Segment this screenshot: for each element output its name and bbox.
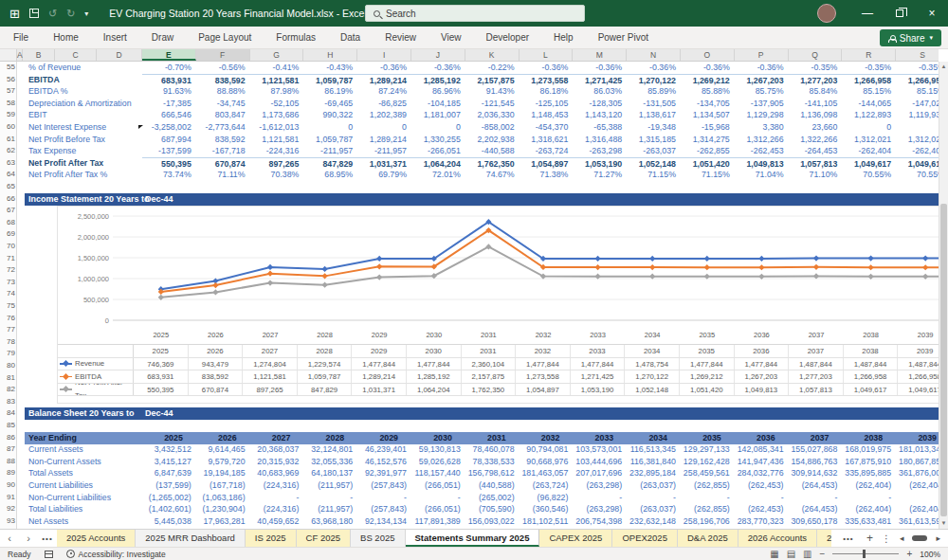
cell[interactable]: 142,085,341 — [735, 443, 789, 456]
cell[interactable]: -0.36% — [411, 62, 465, 74]
cell[interactable]: 1,148,453 — [520, 109, 574, 121]
cell[interactable]: 283,770,323 — [735, 515, 789, 528]
column-header-Q[interactable]: Q — [789, 49, 843, 61]
cell[interactable]: 1,762,350 — [465, 157, 520, 170]
cell[interactable]: -0.41% — [250, 62, 304, 74]
column-header-I[interactable]: I — [357, 49, 411, 61]
cell[interactable]: -266,051 — [411, 145, 465, 157]
tab-scroll-left-icon[interactable]: ‹ — [0, 530, 19, 547]
year-cell[interactable]: 2025 — [142, 432, 196, 444]
cell[interactable]: 5,445,038 — [142, 515, 196, 528]
cell[interactable]: (96,822) — [520, 492, 574, 504]
cell[interactable]: -137,599 — [142, 145, 196, 157]
cell[interactable]: -0.36% — [520, 62, 574, 74]
sheet-tab-d-a-2025[interactable]: D&A 2025 — [678, 530, 738, 547]
row-header-73[interactable]: 73 — [0, 277, 15, 289]
cell[interactable]: 1,312,266 — [735, 134, 789, 146]
cell[interactable]: (262,855) — [681, 503, 735, 515]
cell[interactable]: 3,415,127 — [142, 456, 196, 468]
ribbon-tab-power-pivot[interactable]: Power Pivot — [586, 27, 661, 48]
cell[interactable]: 0 — [303, 121, 357, 134]
cell[interactable]: 20,368,037 — [250, 443, 304, 456]
row-header-70[interactable]: 70 — [0, 241, 15, 253]
cell[interactable]: 64,180,137 — [303, 467, 357, 479]
cell[interactable]: 1,064,204 — [411, 157, 465, 170]
ribbon-tab-help[interactable]: Help — [541, 27, 586, 48]
cell[interactable]: - — [735, 492, 789, 504]
ribbon-tab-view[interactable]: View — [428, 27, 474, 48]
cell[interactable]: 155,027,868 — [789, 443, 843, 456]
cell[interactable]: (263,298) — [573, 503, 627, 515]
cell[interactable]: 71.27% — [573, 169, 627, 181]
cell[interactable]: -134,705 — [681, 98, 735, 110]
ribbon-tab-file[interactable]: File — [0, 27, 41, 48]
cell[interactable]: - — [303, 492, 357, 504]
cell[interactable]: 71.10% — [789, 169, 843, 181]
cell[interactable]: (262,453) — [735, 479, 789, 492]
cell[interactable]: -69,465 — [303, 98, 357, 110]
avatar[interactable] — [817, 4, 836, 23]
cell[interactable]: -65,388 — [573, 121, 627, 134]
cell[interactable]: 0 — [411, 121, 465, 134]
cell[interactable]: -211,957 — [303, 145, 357, 157]
cell[interactable]: (224,316) — [250, 479, 304, 492]
page-layout-view-icon[interactable]: ▤ — [787, 550, 795, 559]
cell[interactable]: 70.55% — [842, 169, 896, 181]
undo-icon[interactable]: ↺ — [48, 9, 57, 19]
cell[interactable]: -211,957 — [357, 145, 411, 157]
row-header-75[interactable]: 75 — [0, 300, 15, 313]
cell[interactable]: 103,444,696 — [573, 456, 627, 468]
cell[interactable]: (211,957) — [303, 479, 357, 492]
row-header-84[interactable]: 84 — [0, 407, 15, 420]
column-header-G[interactable]: G — [250, 49, 304, 61]
row-header-56[interactable]: 56 — [0, 74, 15, 86]
cell[interactable]: 1,270,122 — [627, 74, 681, 86]
year-cell[interactable]: 2037 — [789, 432, 843, 444]
row-header-57[interactable]: 57 — [0, 85, 15, 98]
cell[interactable]: 181,102,511 — [520, 515, 574, 528]
row-header-93[interactable]: 93 — [0, 515, 15, 528]
cell[interactable]: -19,348 — [627, 121, 681, 134]
cell[interactable]: 1,314,275 — [681, 134, 735, 146]
ribbon-tab-data[interactable]: Data — [328, 27, 373, 48]
cell[interactable]: 1,059,787 — [303, 134, 357, 146]
ribbon-tab-page-layout[interactable]: Page Layout — [186, 27, 264, 48]
cell[interactable]: 3,432,512 — [142, 443, 196, 456]
column-header-N[interactable]: N — [627, 49, 681, 61]
cell[interactable]: 1,322,266 — [789, 134, 843, 146]
row-header-91[interactable]: 91 — [0, 492, 15, 504]
row-header-58[interactable]: 58 — [0, 98, 15, 110]
cell[interactable]: (440,588) — [465, 479, 520, 492]
cell[interactable]: 258,459,561 — [681, 467, 735, 479]
row-header-59[interactable]: 59 — [0, 109, 15, 121]
cell[interactable]: -264,453 — [789, 145, 843, 157]
cell[interactable]: 1,031,371 — [357, 157, 411, 170]
cell[interactable]: -0.70% — [142, 62, 196, 74]
cell[interactable]: -141,105 — [789, 98, 843, 110]
cell[interactable]: -0.36% — [627, 62, 681, 74]
cell[interactable]: 1,129,298 — [735, 109, 789, 121]
cell[interactable]: 9,579,720 — [196, 456, 250, 468]
cell[interactable]: (360,546) — [520, 503, 574, 515]
cell[interactable]: 1,121,581 — [250, 74, 304, 86]
column-header-R[interactable]: R — [842, 49, 896, 61]
ribbon-tab-draw[interactable]: Draw — [139, 27, 186, 48]
cell[interactable]: (263,298) — [573, 479, 627, 492]
cell[interactable]: - — [681, 492, 735, 504]
cell[interactable]: -86,825 — [357, 98, 411, 110]
year-cell[interactable]: 2030 — [411, 432, 465, 444]
cell[interactable]: - — [789, 492, 843, 504]
cell[interactable]: 59,026,628 — [411, 456, 465, 468]
year-cell[interactable]: 2036 — [735, 432, 789, 444]
cell[interactable]: - — [627, 492, 681, 504]
zoom-level[interactable]: 100% — [920, 550, 940, 559]
tab-list-icon[interactable]: ••• — [38, 530, 57, 547]
cell[interactable]: -454,370 — [520, 121, 574, 134]
hscroll-left-icon[interactable]: ◂ — [900, 533, 904, 543]
cell[interactable]: 0 — [842, 121, 896, 134]
column-header-B[interactable]: B — [23, 49, 55, 61]
cell[interactable]: -858,002 — [465, 121, 520, 134]
cell[interactable]: (262,855) — [681, 479, 735, 492]
cell[interactable]: 206,754,398 — [573, 515, 627, 528]
cell[interactable]: 683,931 — [142, 74, 196, 86]
